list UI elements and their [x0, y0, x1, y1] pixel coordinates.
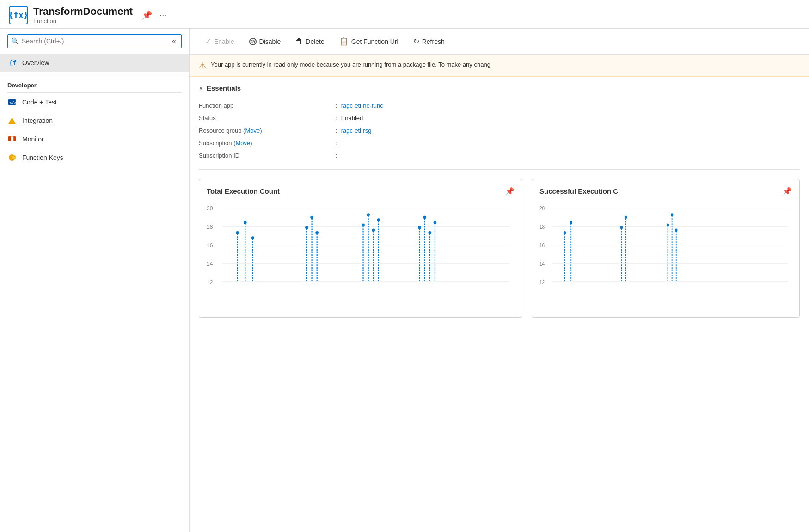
svg-text:🔑: 🔑 — [11, 155, 17, 161]
content-area: ✓ Enable ⊘ Disable 🗑 Delete 📋 Get Functi… — [190, 29, 809, 532]
svg-text:▐▌: ▐▌ — [10, 136, 15, 142]
monitor-icon: ▐▌ — [7, 135, 17, 144]
get-function-url-button[interactable]: 📋 Get Function Url — [333, 33, 405, 49]
svg-marker-3 — [8, 117, 16, 124]
svg-point-37 — [315, 231, 319, 234]
svg-point-39 — [367, 213, 370, 216]
get-function-url-icon: 📋 — [339, 37, 349, 46]
svg-point-66 — [625, 216, 627, 219]
svg-point-33 — [244, 221, 247, 224]
total-execution-chart-body: 20 18 16 14 12 — [207, 203, 515, 310]
svg-point-36 — [310, 216, 313, 219]
essentials-title: Essentials — [207, 84, 241, 92]
function-keys-icon: 🔑 — [7, 153, 17, 162]
resource-group-link[interactable]: ragc-etl-rsg — [341, 127, 372, 134]
svg-point-67 — [667, 223, 669, 226]
subscription-value — [328, 137, 800, 149]
svg-point-34 — [251, 236, 255, 239]
svg-point-32 — [236, 231, 239, 234]
sidebar-item-integration[interactable]: Integration — [0, 111, 189, 130]
page-subtitle: Function — [33, 18, 133, 24]
successful-execution-svg: 20 18 16 14 12 — [539, 203, 792, 295]
delete-button[interactable]: 🗑 Delete — [289, 34, 331, 49]
enable-icon: ✓ — [205, 37, 211, 46]
function-app-value: ragc-etl-ne-func — [328, 99, 800, 112]
svg-point-42 — [418, 226, 421, 229]
search-input[interactable] — [7, 34, 182, 48]
warning-banner: ⚠ Your app is currently in read only mod… — [190, 55, 809, 77]
svg-text:</>: </> — [9, 100, 16, 105]
code-test-icon: </> — [7, 98, 17, 107]
resource-group-value: ragc-etl-rsg — [328, 124, 800, 137]
svg-point-44 — [429, 231, 432, 234]
disable-button[interactable]: ⊘ Disable — [243, 34, 288, 49]
pin-icon[interactable]: 📌 — [140, 8, 154, 22]
svg-text:{f}: {f} — [9, 59, 16, 67]
page-title: TransformDocument — [33, 6, 133, 18]
essentials-grid: Function app ragc-etl-ne-func Status Ena… — [199, 99, 800, 162]
enable-button[interactable]: ✓ Enable — [199, 33, 241, 49]
svg-point-38 — [362, 223, 365, 226]
more-options-icon[interactable]: ··· — [158, 8, 168, 22]
svg-point-63 — [564, 231, 566, 234]
svg-point-41 — [377, 218, 380, 221]
developer-section-header: Developer — [0, 74, 189, 92]
sidebar-item-function-keys[interactable]: 🔑 Function Keys — [0, 148, 189, 167]
subscription-label: Subscription (Move) — [199, 137, 328, 149]
svg-text:20: 20 — [207, 205, 213, 212]
essentials-section: ∧ Essentials Function app ragc-etl-ne-fu… — [190, 77, 809, 169]
function-app-label: Function app — [199, 99, 328, 112]
svg-text:16: 16 — [207, 242, 213, 249]
svg-point-65 — [620, 226, 623, 229]
successful-execution-chart: Successful Execution C 📌 20 — [532, 179, 800, 318]
svg-text:12: 12 — [539, 279, 545, 285]
refresh-icon: ↻ — [413, 37, 419, 46]
svg-text:14: 14 — [539, 261, 545, 267]
subscription-move-link[interactable]: Move — [236, 140, 251, 147]
resource-group-move-link[interactable]: Move — [245, 127, 260, 134]
svg-text:14: 14 — [207, 261, 213, 267]
svg-point-64 — [570, 221, 572, 224]
delete-icon: 🗑 — [295, 37, 303, 46]
successful-execution-title: Successful Execution C — [539, 187, 618, 195]
toolbar: ✓ Enable ⊘ Disable 🗑 Delete 📋 Get Functi… — [190, 29, 809, 55]
successful-execution-pin-icon[interactable]: 📌 — [783, 187, 792, 196]
sidebar: 🔍 « {f} Overview Developer — [0, 29, 190, 532]
successful-execution-chart-body: 20 18 16 14 12 — [539, 203, 792, 310]
overview-icon: {f} — [7, 58, 17, 67]
subscription-id-value — [328, 149, 800, 162]
status-value: Enabled — [328, 112, 800, 124]
svg-point-40 — [372, 229, 375, 232]
total-execution-pin-icon[interactable]: 📌 — [505, 187, 515, 196]
sidebar-item-overview[interactable]: {f} Overview — [0, 54, 189, 72]
warning-icon: ⚠ — [199, 61, 206, 71]
total-execution-svg: 20 18 16 14 12 — [207, 203, 515, 295]
resource-group-label: Resource group (Move) — [199, 124, 328, 137]
svg-point-69 — [675, 229, 677, 232]
svg-text:18: 18 — [539, 224, 545, 230]
search-icon: 🔍 — [11, 37, 19, 45]
svg-text:16: 16 — [539, 242, 545, 248]
svg-text:20: 20 — [539, 205, 545, 211]
integration-icon — [7, 116, 17, 125]
charts-area: Total Execution Count 📌 20 — [190, 170, 809, 532]
total-execution-chart: Total Execution Count 📌 20 — [199, 179, 522, 318]
essentials-toggle[interactable]: ∧ — [199, 85, 203, 92]
total-execution-title: Total Execution Count — [207, 187, 280, 195]
subscription-id-label: Subscription ID — [199, 149, 328, 162]
svg-point-45 — [434, 221, 437, 224]
refresh-button[interactable]: ↻ Refresh — [407, 33, 451, 49]
svg-text:12: 12 — [207, 279, 213, 286]
status-label: Status — [199, 112, 328, 124]
svg-text:18: 18 — [207, 224, 213, 230]
sidebar-item-monitor[interactable]: ▐▌ Monitor — [0, 130, 189, 148]
svg-point-43 — [423, 216, 426, 219]
sidebar-item-code-test[interactable]: </> Code + Test — [0, 93, 189, 111]
warning-text: Your app is currently in read only mode … — [211, 60, 490, 69]
disable-icon: ⊘ — [249, 38, 257, 45]
function-app-link[interactable]: ragc-etl-ne-func — [341, 102, 383, 109]
svg-point-68 — [671, 213, 673, 216]
app-icon: {fx} — [9, 6, 28, 24]
collapse-sidebar-button[interactable]: « — [168, 35, 180, 47]
svg-point-35 — [305, 226, 308, 229]
